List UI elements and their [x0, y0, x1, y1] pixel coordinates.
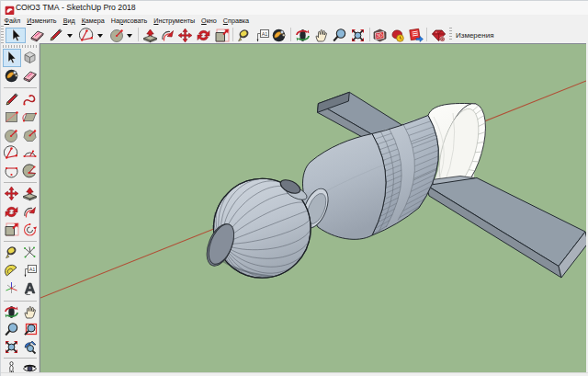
svg-text:A1: A1 [261, 30, 267, 36]
svg-text:3D: 3D [376, 32, 383, 39]
svg-text:A1: A1 [28, 266, 35, 271]
